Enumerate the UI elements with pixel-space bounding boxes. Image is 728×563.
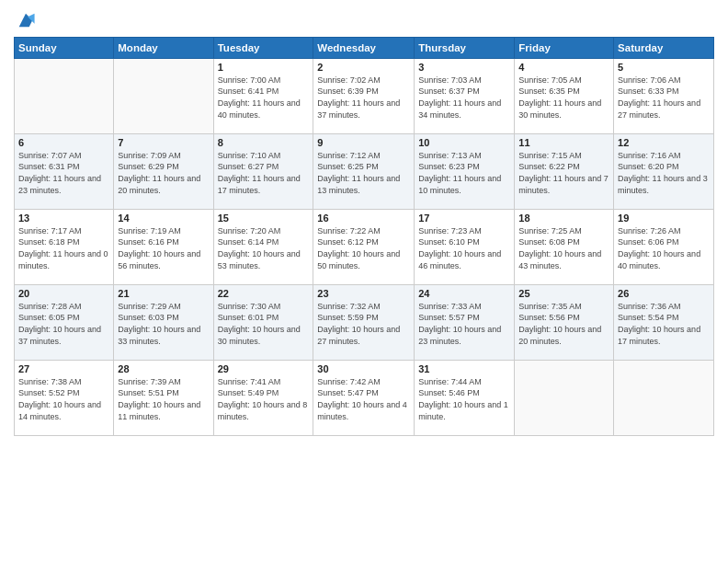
calendar-cell: 26Sunrise: 7:36 AM Sunset: 5:54 PM Dayli… <box>614 284 714 360</box>
calendar-cell <box>614 360 714 435</box>
weekday-header-row: SundayMondayTuesdayWednesdayThursdayFrid… <box>15 37 714 58</box>
day-info: Sunrise: 7:39 AM Sunset: 5:51 PM Dayligh… <box>118 376 209 422</box>
calendar-week-row: 13Sunrise: 7:17 AM Sunset: 6:18 PM Dayli… <box>15 209 714 284</box>
calendar-cell: 12Sunrise: 7:16 AM Sunset: 6:20 PM Dayli… <box>614 133 714 209</box>
weekday-header-thursday: Thursday <box>415 37 515 58</box>
calendar-cell: 16Sunrise: 7:22 AM Sunset: 6:12 PM Dayli… <box>313 209 415 284</box>
day-info: Sunrise: 7:00 AM Sunset: 6:41 PM Dayligh… <box>218 75 310 121</box>
page: SundayMondayTuesdayWednesdayThursdayFrid… <box>0 0 728 563</box>
day-info: Sunrise: 7:22 AM Sunset: 6:12 PM Dayligh… <box>317 225 410 271</box>
calendar-cell: 27Sunrise: 7:38 AM Sunset: 5:52 PM Dayli… <box>15 360 114 435</box>
logo <box>14 13 36 31</box>
day-number: 16 <box>317 213 410 224</box>
day-info: Sunrise: 7:19 AM Sunset: 6:16 PM Dayligh… <box>118 225 209 271</box>
day-number: 26 <box>618 288 710 299</box>
calendar-cell: 17Sunrise: 7:23 AM Sunset: 6:10 PM Dayli… <box>415 209 515 284</box>
calendar-cell: 30Sunrise: 7:42 AM Sunset: 5:47 PM Dayli… <box>313 360 415 435</box>
day-number: 6 <box>18 137 109 148</box>
calendar-week-row: 20Sunrise: 7:28 AM Sunset: 6:05 PM Dayli… <box>15 284 714 360</box>
day-info: Sunrise: 7:20 AM Sunset: 6:14 PM Dayligh… <box>218 225 310 271</box>
day-number: 30 <box>317 363 410 374</box>
day-number: 17 <box>418 213 510 224</box>
day-number: 27 <box>18 363 109 374</box>
day-number: 24 <box>418 288 510 299</box>
calendar-cell: 2Sunrise: 7:02 AM Sunset: 6:39 PM Daylig… <box>313 58 415 133</box>
day-number: 11 <box>518 137 609 148</box>
day-info: Sunrise: 7:02 AM Sunset: 6:39 PM Dayligh… <box>317 75 410 121</box>
day-number: 23 <box>317 288 410 299</box>
calendar-cell: 9Sunrise: 7:12 AM Sunset: 6:25 PM Daylig… <box>313 133 415 209</box>
calendar-cell <box>114 58 213 133</box>
day-number: 8 <box>218 137 310 148</box>
calendar-cell: 24Sunrise: 7:33 AM Sunset: 5:57 PM Dayli… <box>415 284 515 360</box>
weekday-header-saturday: Saturday <box>614 37 714 58</box>
day-info: Sunrise: 7:42 AM Sunset: 5:47 PM Dayligh… <box>317 376 410 422</box>
day-info: Sunrise: 7:36 AM Sunset: 5:54 PM Dayligh… <box>618 301 710 347</box>
day-number: 9 <box>317 137 410 148</box>
day-info: Sunrise: 7:29 AM Sunset: 6:03 PM Dayligh… <box>118 301 209 347</box>
day-number: 14 <box>118 213 209 224</box>
calendar-week-row: 6Sunrise: 7:07 AM Sunset: 6:31 PM Daylig… <box>15 133 714 209</box>
day-info: Sunrise: 7:17 AM Sunset: 6:18 PM Dayligh… <box>18 225 109 271</box>
day-number: 3 <box>418 62 510 73</box>
weekday-header-monday: Monday <box>114 37 213 58</box>
day-number: 12 <box>618 137 710 148</box>
day-info: Sunrise: 7:13 AM Sunset: 6:23 PM Dayligh… <box>418 150 510 196</box>
day-number: 19 <box>618 213 710 224</box>
day-info: Sunrise: 7:07 AM Sunset: 6:31 PM Dayligh… <box>18 150 109 196</box>
calendar-cell: 14Sunrise: 7:19 AM Sunset: 6:16 PM Dayli… <box>114 209 213 284</box>
day-info: Sunrise: 7:12 AM Sunset: 6:25 PM Dayligh… <box>317 150 410 196</box>
day-number: 25 <box>518 288 609 299</box>
weekday-header-sunday: Sunday <box>15 37 114 58</box>
day-number: 10 <box>418 137 510 148</box>
calendar-cell: 3Sunrise: 7:03 AM Sunset: 6:37 PM Daylig… <box>415 58 515 133</box>
day-info: Sunrise: 7:41 AM Sunset: 5:49 PM Dayligh… <box>218 376 310 422</box>
header <box>14 9 714 31</box>
day-number: 1 <box>218 62 310 73</box>
logo-icon <box>16 10 36 30</box>
day-number: 7 <box>118 137 209 148</box>
day-number: 2 <box>317 62 410 73</box>
calendar-cell: 15Sunrise: 7:20 AM Sunset: 6:14 PM Dayli… <box>213 209 313 284</box>
day-number: 29 <box>218 363 310 374</box>
day-number: 4 <box>518 62 609 73</box>
calendar-cell: 5Sunrise: 7:06 AM Sunset: 6:33 PM Daylig… <box>614 58 714 133</box>
day-number: 18 <box>518 213 609 224</box>
day-info: Sunrise: 7:09 AM Sunset: 6:29 PM Dayligh… <box>118 150 209 196</box>
calendar: SundayMondayTuesdayWednesdayThursdayFrid… <box>14 37 714 436</box>
calendar-cell: 18Sunrise: 7:25 AM Sunset: 6:08 PM Dayli… <box>515 209 614 284</box>
calendar-week-row: 27Sunrise: 7:38 AM Sunset: 5:52 PM Dayli… <box>15 360 714 435</box>
calendar-cell: 8Sunrise: 7:10 AM Sunset: 6:27 PM Daylig… <box>213 133 313 209</box>
day-number: 20 <box>18 288 109 299</box>
calendar-week-row: 1Sunrise: 7:00 AM Sunset: 6:41 PM Daylig… <box>15 58 714 133</box>
calendar-cell: 22Sunrise: 7:30 AM Sunset: 6:01 PM Dayli… <box>213 284 313 360</box>
day-info: Sunrise: 7:38 AM Sunset: 5:52 PM Dayligh… <box>18 376 109 422</box>
day-info: Sunrise: 7:05 AM Sunset: 6:35 PM Dayligh… <box>518 75 609 121</box>
day-info: Sunrise: 7:28 AM Sunset: 6:05 PM Dayligh… <box>18 301 109 347</box>
day-info: Sunrise: 7:25 AM Sunset: 6:08 PM Dayligh… <box>518 225 609 271</box>
day-info: Sunrise: 7:30 AM Sunset: 6:01 PM Dayligh… <box>218 301 310 347</box>
calendar-cell: 25Sunrise: 7:35 AM Sunset: 5:56 PM Dayli… <box>515 284 614 360</box>
day-number: 5 <box>618 62 710 73</box>
calendar-cell: 10Sunrise: 7:13 AM Sunset: 6:23 PM Dayli… <box>415 133 515 209</box>
day-info: Sunrise: 7:44 AM Sunset: 5:46 PM Dayligh… <box>418 376 510 422</box>
day-info: Sunrise: 7:15 AM Sunset: 6:22 PM Dayligh… <box>518 150 609 196</box>
calendar-cell: 6Sunrise: 7:07 AM Sunset: 6:31 PM Daylig… <box>15 133 114 209</box>
day-number: 13 <box>18 213 109 224</box>
day-number: 21 <box>118 288 209 299</box>
weekday-header-wednesday: Wednesday <box>313 37 415 58</box>
calendar-cell: 31Sunrise: 7:44 AM Sunset: 5:46 PM Dayli… <box>415 360 515 435</box>
calendar-cell: 23Sunrise: 7:32 AM Sunset: 5:59 PM Dayli… <box>313 284 415 360</box>
calendar-cell: 1Sunrise: 7:00 AM Sunset: 6:41 PM Daylig… <box>213 58 313 133</box>
weekday-header-tuesday: Tuesday <box>213 37 313 58</box>
calendar-cell: 29Sunrise: 7:41 AM Sunset: 5:49 PM Dayli… <box>213 360 313 435</box>
calendar-cell <box>515 360 614 435</box>
day-info: Sunrise: 7:16 AM Sunset: 6:20 PM Dayligh… <box>618 150 710 196</box>
day-number: 15 <box>218 213 310 224</box>
calendar-cell: 11Sunrise: 7:15 AM Sunset: 6:22 PM Dayli… <box>515 133 614 209</box>
day-number: 22 <box>218 288 310 299</box>
day-number: 28 <box>118 363 209 374</box>
day-info: Sunrise: 7:26 AM Sunset: 6:06 PM Dayligh… <box>618 225 710 271</box>
calendar-cell: 4Sunrise: 7:05 AM Sunset: 6:35 PM Daylig… <box>515 58 614 133</box>
calendar-cell: 7Sunrise: 7:09 AM Sunset: 6:29 PM Daylig… <box>114 133 213 209</box>
